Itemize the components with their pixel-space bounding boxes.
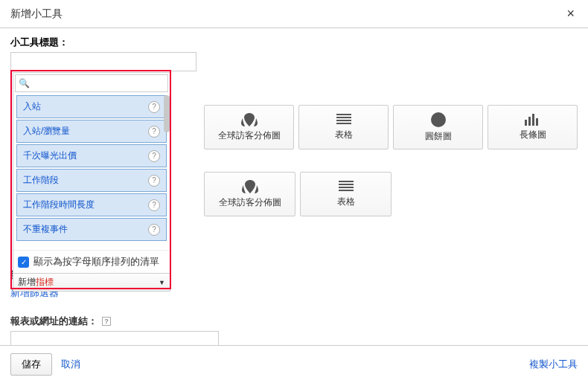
svg-rect-1 [336,117,351,118]
help-icon[interactable]: ? [148,126,160,138]
add-metric-button[interactable]: 新增指標 ▼ [13,273,170,291]
dropdown-item[interactable]: 入站/瀏覽量? [16,120,167,143]
dropdown-item-label: 工作階段 [23,174,59,187]
svg-rect-2 [336,120,351,121]
chart-type-table[interactable]: 表格 [300,172,392,216]
dropdown-item-label: 不重複事件 [23,223,68,236]
help-icon[interactable]: ? [148,175,160,187]
dropdown-item[interactable]: 千次曝光出價? [16,144,167,167]
dropdown-item-label: 入站 [23,100,41,113]
svg-rect-0 [336,114,351,115]
chart-type-bar[interactable]: 長條圖 [488,105,578,149]
help-icon[interactable]: ? [148,199,160,211]
metric-dropdown: 🔍 入站? 入站/瀏覽量? 千次曝光出價? 工作階段? 工作階段時間長度? 不重… [13,72,170,292]
copy-widget-link[interactable]: 複製小工具 [529,358,578,371]
search-input[interactable] [33,78,164,88]
svg-rect-6 [532,114,534,126]
help-icon[interactable]: ? [148,150,160,162]
svg-rect-8 [339,181,354,182]
add-metric-hl: 指標 [36,277,54,287]
dropdown-item[interactable]: 工作階段時間長度? [16,193,167,216]
dropdown-item-label: 工作階段時間長度 [23,199,95,211]
card-label: 圓餅圖 [425,130,452,143]
svg-rect-7 [536,118,538,126]
dropdown-search[interactable]: 🔍 [15,74,168,92]
cancel-link[interactable]: 取消 [61,358,80,371]
bar-icon [525,114,541,126]
chart-type-pie[interactable]: 圓餅圖 [393,105,483,149]
help-icon[interactable]: ? [148,101,160,113]
chart-type-map[interactable]: 全球訪客分佈圖 [204,172,295,216]
map-icon [241,113,258,126]
chevron-down-icon: ▼ [159,279,165,286]
alphabetical-checkbox[interactable]: ✓ [18,257,29,268]
scrollbar[interactable] [164,95,170,132]
svg-rect-5 [528,117,531,126]
add-metric-prefix: 新增 [18,277,36,287]
widget-title-input[interactable] [10,52,196,71]
card-label: 表格 [337,196,355,208]
card-label: 全球訪客分佈圖 [219,196,281,209]
help-icon[interactable]: ? [102,317,111,326]
map-icon [242,180,258,193]
dropdown-list[interactable]: 入站? 入站/瀏覽量? 千次曝光出價? 工作階段? 工作階段時間長度? 不重複事… [13,94,170,242]
card-label: 表格 [335,129,353,141]
card-label: 全球訪客分佈圖 [218,129,281,142]
close-icon[interactable]: × [563,6,578,22]
svg-rect-4 [525,120,527,126]
dropdown-item-label: 千次曝光出價 [23,149,77,162]
chart-type-table[interactable]: 表格 [298,105,389,149]
dialog-title: 新增小工具 [10,7,63,21]
dropdown-item[interactable]: 工作階段? [16,169,167,192]
svg-rect-10 [339,187,354,188]
report-link-label: 報表或網址的連結： [10,315,98,328]
help-icon[interactable]: ? [148,224,160,236]
search-icon: 🔍 [19,78,30,88]
svg-rect-11 [339,190,354,191]
chart-type-map[interactable]: 全球訪客分佈圖 [204,105,294,149]
table-icon [336,114,351,126]
dropdown-item-label: 入站/瀏覽量 [23,125,70,138]
checkbox-label: 顯示為按字母順序排列的清單 [33,255,159,268]
dropdown-item[interactable]: 不重複事件? [16,218,167,241]
svg-rect-3 [336,123,351,124]
widget-title-label: 小工具標題： [10,36,578,49]
table-icon [339,181,354,193]
card-label: 長條圖 [520,129,546,141]
dropdown-item[interactable]: 入站? [16,95,167,118]
pie-icon [431,112,446,127]
svg-rect-9 [339,184,354,185]
save-button[interactable]: 儲存 [10,353,52,376]
